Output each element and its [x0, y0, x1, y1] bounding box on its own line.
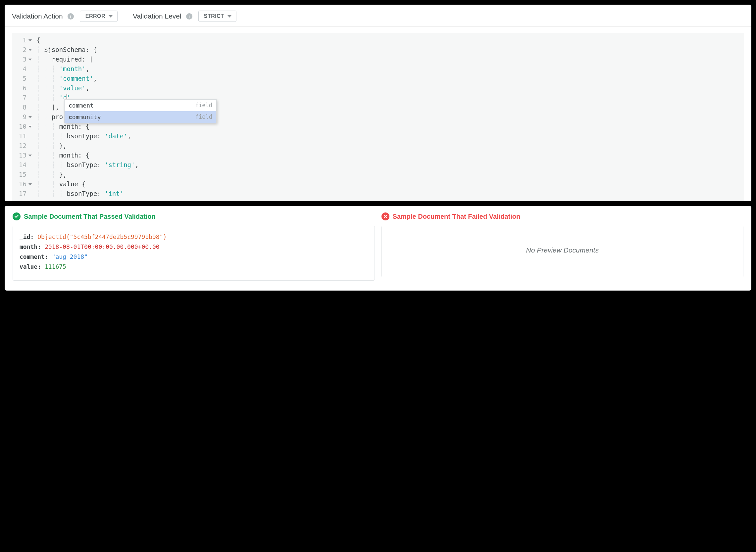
code-line[interactable]: ┆ ┆ ┆ 'value', [36, 84, 744, 93]
fold-icon[interactable] [28, 126, 32, 128]
autocomplete-item[interactable]: communityfield [65, 111, 216, 123]
gutter-line: 15 [15, 170, 35, 179]
editor-code[interactable]: {┆ $jsonSchema: {┆ ┆ required: [┆ ┆ ┆ 'm… [35, 33, 744, 201]
failed-header-text: Sample Document That Failed Validation [393, 213, 521, 221]
passed-document-card: _id: ObjectId("5c45bf2447de2b5c9979bb98"… [13, 226, 375, 281]
failed-header: Sample Document That Failed Validation [382, 213, 744, 221]
fold-icon[interactable] [28, 155, 32, 156]
validation-level-label: Validation Level [133, 12, 182, 20]
failed-document-card: No Preview Documents [382, 226, 744, 277]
fold-icon-empty [28, 68, 32, 70]
chevron-down-icon [227, 15, 231, 17]
fold-icon-empty [28, 135, 32, 137]
code-editor[interactable]: 1234567891011121314151617 {┆ $jsonSchema… [12, 33, 744, 201]
validation-level-value: STRICT [204, 13, 224, 19]
validation-level-dropdown[interactable]: STRICT [198, 11, 236, 22]
code-line[interactable]: ┆ ┆ required: [ [36, 54, 744, 64]
gutter-line: 13 [15, 151, 35, 160]
code-line[interactable]: ┆ ┆ ┆ ┆ bsonType: 'date', [36, 131, 744, 141]
gutter-line: 14 [15, 160, 35, 170]
doc-field-value: value: 111675 [19, 262, 368, 272]
fold-icon-empty [28, 174, 32, 176]
code-line[interactable]: ┆ ┆ ┆ }, [36, 141, 744, 151]
validation-action-label: Validation Action [12, 12, 63, 20]
info-icon[interactable]: i [186, 13, 192, 19]
passed-header: Sample Document That Passed Validation [13, 213, 375, 221]
fold-icon[interactable] [28, 116, 32, 118]
code-line[interactable]: ┆ ┆ ┆ 'comment', [36, 74, 744, 84]
gutter-line: 9 [15, 112, 35, 122]
doc-field-month: month: 2018-08-01T00:00:00.00.000+00.00 [19, 242, 368, 252]
check-circle-icon [13, 213, 20, 221]
gutter-line: 8 [15, 103, 35, 112]
code-line[interactable]: { [36, 35, 744, 45]
autocomplete-popup[interactable]: commentfieldcommunityfield [64, 99, 217, 123]
fold-icon-empty [28, 87, 32, 89]
gutter-line: 3 [15, 54, 35, 64]
passed-header-text: Sample Document That Passed Validation [24, 213, 155, 221]
gutter-line: 10 [15, 122, 35, 131]
code-line[interactable]: ┆ ┆ ┆ }, [36, 170, 744, 179]
gutter-line: 17 [15, 189, 35, 198]
fold-icon-empty [28, 78, 32, 80]
no-preview-text: No Preview Documents [526, 245, 599, 255]
code-line[interactable]: ┆ ┆ ┆ 'month', [36, 64, 744, 74]
fold-icon-empty [28, 164, 32, 166]
fold-icon-empty [28, 97, 32, 99]
fold-icon[interactable] [28, 49, 32, 51]
fold-icon[interactable] [28, 183, 32, 185]
gutter-line: 12 [15, 141, 35, 151]
validation-action-dropdown[interactable]: ERROR [80, 11, 118, 22]
code-editor-container: 1234567891011121314151617 {┆ $jsonSchema… [5, 27, 751, 201]
chevron-down-icon [109, 15, 113, 17]
gutter-line: 7 [15, 93, 35, 103]
failed-column: Sample Document That Failed Validation N… [382, 213, 744, 281]
passed-column: Sample Document That Passed Validation _… [13, 213, 375, 281]
validation-action-value: ERROR [86, 13, 105, 19]
gutter-line: 11 [15, 131, 35, 141]
info-icon[interactable]: i [68, 13, 74, 19]
gutter-line: 5 [15, 74, 35, 84]
fold-icon-empty [28, 193, 32, 195]
autocomplete-item[interactable]: commentfield [65, 100, 216, 111]
fold-icon-empty [28, 107, 32, 109]
code-line[interactable]: ┆ ┆ ┆ ┆ bsonType: 'string', [36, 160, 744, 170]
code-line[interactable]: ┆ ┆ ┆ month: { [36, 122, 744, 131]
gutter-line: 1 [15, 35, 35, 45]
validation-results-panel: Sample Document That Passed Validation _… [5, 206, 751, 291]
code-line[interactable]: ┆ ┆ ┆ ┆ bsonType: 'int' [36, 189, 744, 198]
validation-editor-panel: Validation Action i ERROR Validation Lev… [5, 5, 751, 201]
code-line[interactable]: ┆ ┆ ┆ month: { [36, 151, 744, 160]
x-circle-icon [382, 213, 390, 221]
gutter-line: 2 [15, 45, 35, 54]
gutter-line: 6 [15, 84, 35, 93]
code-line[interactable]: ┆ $jsonSchema: { [36, 45, 744, 54]
fold-icon[interactable] [28, 39, 32, 41]
gutter-line: 16 [15, 179, 35, 189]
gutter-line: 4 [15, 64, 35, 74]
doc-field-id: _id: ObjectId("5c45bf2447de2b5c9979bb98"… [19, 232, 368, 242]
validation-toolbar: Validation Action i ERROR Validation Lev… [5, 5, 751, 27]
code-line[interactable]: ┆ ┆ ┆ value { [36, 179, 744, 189]
fold-icon-empty [28, 145, 32, 147]
editor-gutter: 1234567891011121314151617 [12, 33, 35, 201]
doc-field-comment: comment: "aug 2018" [19, 252, 368, 262]
fold-icon[interactable] [28, 58, 32, 60]
